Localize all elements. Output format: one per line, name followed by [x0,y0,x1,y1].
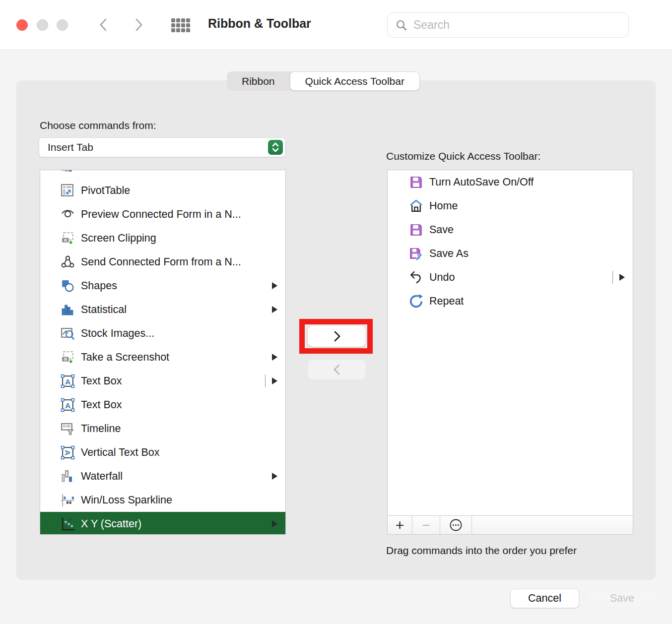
list-item[interactable]: Win/Loss Sparkline [40,488,285,512]
show-all-preferences-icon[interactable] [171,16,191,34]
repeat-icon [408,294,424,309]
add-item-button[interactable]: + [388,516,412,534]
remove-item-button[interactable]: − [412,516,440,534]
forward-button[interactable] [132,16,145,33]
tab-ribbon[interactable]: Ribbon [227,71,290,91]
remove-command-button[interactable] [308,359,366,380]
back-button[interactable] [97,16,110,33]
cancel-button[interactable]: Cancel [510,589,579,608]
list-item-label: Vertical Text Box [81,446,160,459]
more-options-button[interactable] [440,516,472,534]
screen-clipping-icon [60,350,75,365]
submenu-arrow-icon[interactable] [619,274,625,281]
save-button[interactable]: Save [587,589,657,608]
submenu-arrow-icon[interactable] [272,282,277,289]
minimize-window-button[interactable] [37,19,48,31]
scatter-icon [60,516,75,532]
commands-source-select[interactable]: Insert Tab [39,137,286,157]
list-item[interactable]: AText Box [40,393,285,417]
submenu-arrow-icon[interactable] [272,306,277,313]
save-as-icon [408,246,424,261]
list-item[interactable]: Shapes [40,274,285,298]
list-item-label: Save As [429,248,469,260]
list-item[interactable]: Screen Clipping [40,226,285,250]
shapes-icon [60,278,75,294]
list-item[interactable]: Waterfall [40,464,285,488]
toolbar-list-footer: + − [387,516,633,535]
text-box-icon: A [60,397,75,413]
send-form-icon [60,254,75,270]
submenu-arrow-icon[interactable] [272,354,277,361]
list-item-label: Repeat [429,295,464,308]
list-item[interactable]: PivotChart [40,170,285,179]
search-icon [396,19,407,31]
submenu-divider [612,271,613,284]
list-item-label: X Y (Scatter) [81,518,141,530]
customize-toolbar-label: Customize Quick Access Toolbar: [386,150,540,162]
list-item[interactable]: Send Connected Form from a N... [40,250,285,274]
autosave-floppy-icon [408,175,424,190]
list-item-label: Save [429,224,454,236]
list-item[interactable]: Preview Connected Form in a N... [40,202,285,226]
footer-spacer [472,516,633,534]
commands-source-value: Insert Tab [48,141,93,153]
page-title: Ribbon & Toolbar [208,16,311,31]
winloss-sparkline-icon [60,493,75,508]
list-item-label: Shapes [81,280,117,292]
list-item[interactable]: Undo [388,265,633,289]
list-item[interactable]: PivotTable [40,179,285,202]
svg-text:A: A [65,401,70,409]
list-item-label: Text Box [81,399,122,411]
choose-commands-label: Choose commands from: [40,120,156,131]
save-floppy-icon [408,222,424,238]
list-item[interactable]: AText Box [40,369,285,393]
close-window-button[interactable] [16,19,28,31]
list-item[interactable]: Timeline [40,417,285,440]
list-item-label: PivotChart [81,170,131,173]
submenu-arrow-icon[interactable] [272,520,277,527]
list-item-label: Statistical [81,304,127,316]
screen-clipping-icon [60,231,75,246]
list-item[interactable]: Statistical [40,298,285,321]
quick-access-toolbar-list: Turn AutoSave On/OffHomeSaveSave AsUndoR… [387,170,633,516]
list-item-label: Home [429,200,458,212]
chevron-right-icon [331,329,343,343]
list-item-label: Waterfall [81,470,123,483]
zoom-window-button[interactable] [57,19,68,31]
list-item[interactable]: Save As [388,242,633,265]
list-item-label: Text Box [81,375,122,387]
list-item[interactable]: Repeat [388,289,633,313]
commands-list: PivotChartPivotTablePreview Connected Fo… [40,170,286,535]
search-input[interactable]: Search [387,12,629,38]
list-item-label: Take a Screenshot [81,351,169,364]
list-item-label: Turn AutoSave On/Off [429,176,534,188]
text-box-icon: A [60,374,75,389]
list-item-label: Send Connected Form from a N... [81,256,241,268]
list-item[interactable]: AVertical Text Box [40,440,285,464]
list-item-label: Undo [429,271,455,284]
list-item-label: Preview Connected Form in a N... [81,208,241,221]
list-item[interactable]: Turn AutoSave On/Off [388,170,633,194]
home-icon [408,198,424,214]
list-item[interactable]: Home [388,194,633,218]
list-item-label: Screen Clipping [81,232,156,245]
statistical-icon [60,302,75,317]
chevron-left-icon [331,363,343,376]
add-command-button[interactable] [308,326,366,347]
search-placeholder: Search [413,18,450,32]
timeline-icon [60,421,75,437]
list-item-label: Stock Images... [81,327,154,340]
list-item[interactable]: Save [388,218,633,242]
undo-icon [408,270,424,285]
select-stepper-icon [268,140,283,155]
svg-text:A: A [64,449,72,455]
submenu-arrow-icon[interactable] [272,473,277,480]
preview-eye-icon [60,207,75,222]
list-item[interactable]: X Y (Scatter) [40,512,285,535]
list-item[interactable]: Take a Screenshot [40,345,285,369]
tab-quick-access-toolbar[interactable]: Quick Access Toolbar [290,71,420,91]
list-item-label: PivotTable [81,185,130,197]
list-item[interactable]: Stock Images... [40,321,285,345]
tab-switcher: Ribbon Quick Access Toolbar [227,71,420,91]
submenu-arrow-icon[interactable] [272,377,277,384]
